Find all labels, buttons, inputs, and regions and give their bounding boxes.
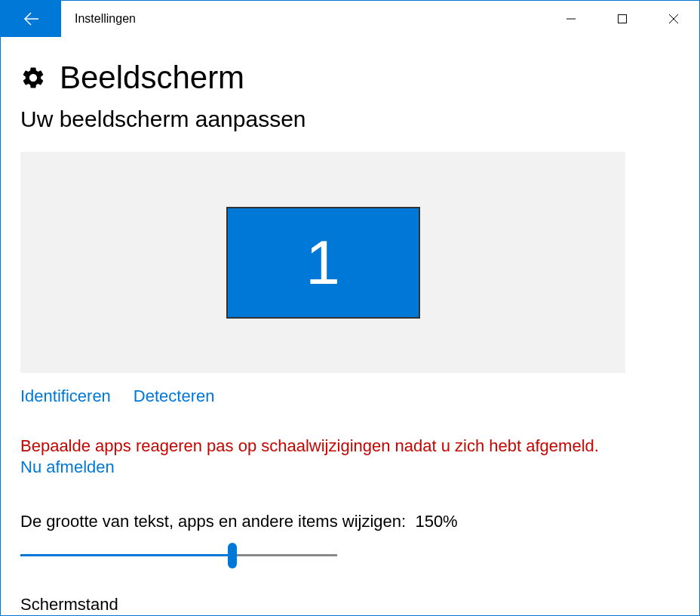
- display-action-links: Identificeren Detecteren: [20, 387, 680, 406]
- maximize-button[interactable]: [597, 1, 648, 37]
- minimize-icon: [566, 14, 576, 24]
- close-button[interactable]: [648, 1, 699, 37]
- monitor-1[interactable]: 1: [226, 207, 420, 319]
- orientation-label: Schermstand: [20, 595, 680, 614]
- window-title: Instellingen: [61, 1, 545, 37]
- svg-rect-2: [619, 15, 627, 23]
- window-controls: [545, 1, 699, 37]
- identify-link[interactable]: Identificeren: [20, 387, 111, 406]
- signout-link[interactable]: Nu afmelden: [20, 457, 115, 477]
- page-subtitle: Uw beeldscherm aanpassen: [20, 106, 680, 132]
- detect-link[interactable]: Detecteren: [134, 387, 215, 406]
- scale-slider[interactable]: [20, 548, 337, 563]
- titlebar: Instellingen: [1, 1, 699, 37]
- page-title: Beeldscherm: [60, 60, 244, 96]
- scale-slider-label: De grootte van tekst, apps en andere ite…: [20, 512, 680, 531]
- scale-warning-text: Bepaalde apps reageren pas op schaalwijz…: [20, 436, 680, 456]
- scale-label-text: De grootte van tekst, apps en andere ite…: [20, 512, 406, 531]
- back-arrow-icon: [22, 10, 40, 28]
- scale-value: 150%: [415, 512, 457, 531]
- minimize-button[interactable]: [545, 1, 597, 37]
- back-button[interactable]: [1, 1, 61, 37]
- gear-icon: [20, 65, 46, 94]
- slider-track-filled: [20, 554, 232, 556]
- page-header: Beeldscherm: [20, 60, 680, 96]
- display-preview-area: 1: [20, 152, 625, 373]
- content-area: Beeldscherm Uw beeldscherm aanpassen 1 I…: [1, 37, 699, 616]
- close-icon: [668, 14, 679, 24]
- slider-thumb[interactable]: [228, 543, 237, 568]
- maximize-icon: [617, 14, 628, 24]
- slider-track-empty: [232, 554, 337, 556]
